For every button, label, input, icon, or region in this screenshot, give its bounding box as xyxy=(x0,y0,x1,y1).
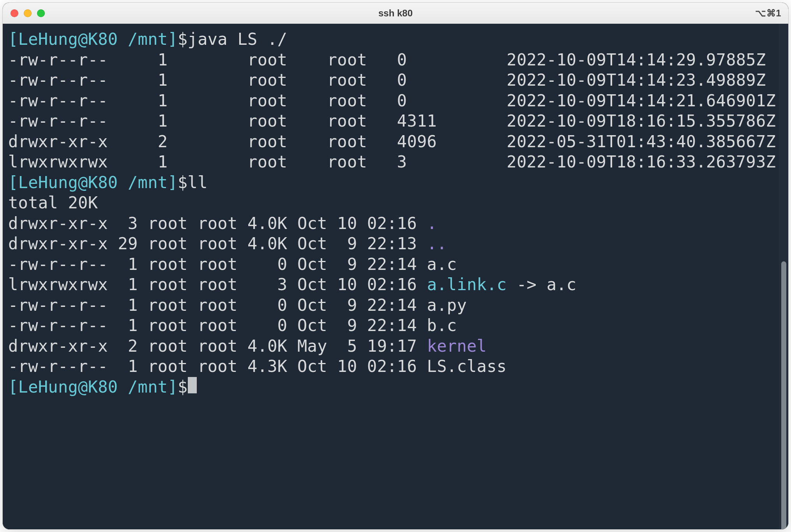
terminal-scrollbar[interactable] xyxy=(779,24,788,529)
terminal-body[interactable]: [LeHung@K80 /mnt]$java LS ./ -rw-r--r-- … xyxy=(3,24,779,529)
terminal-window: ssh k80 ⌥⌘1 [LeHung@K80 /mnt]$java LS ./… xyxy=(2,2,789,530)
minimize-icon[interactable] xyxy=(24,9,32,17)
terminal-body-wrap: [LeHung@K80 /mnt]$java LS ./ -rw-r--r-- … xyxy=(3,24,788,529)
window-shortcut-hint: ⌥⌘1 xyxy=(755,8,781,19)
zoom-icon[interactable] xyxy=(37,9,45,17)
window-titlebar: ssh k80 ⌥⌘1 xyxy=(3,3,788,24)
close-icon[interactable] xyxy=(11,9,18,17)
traffic-lights xyxy=(11,9,45,17)
terminal-cursor xyxy=(188,377,197,393)
scrollbar-thumb[interactable] xyxy=(781,261,786,530)
window-title: ssh k80 xyxy=(378,8,413,19)
